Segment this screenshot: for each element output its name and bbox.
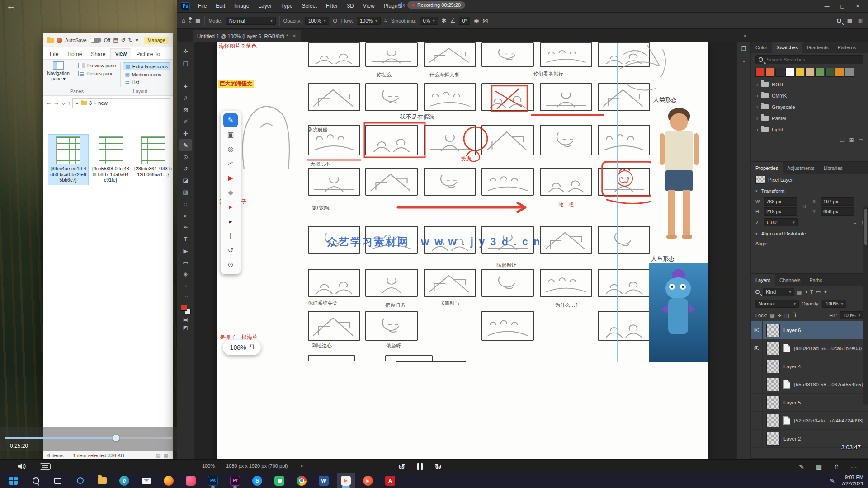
palette-black-arrow[interactable]: ▸ [223, 215, 238, 228]
brush-tool[interactable]: ✎ [179, 139, 192, 151]
minimize-button[interactable]: — [819, 0, 835, 12]
swatch-search[interactable] [755, 55, 863, 64]
muted-speaker-icon[interactable] [397, 2, 405, 9]
swatch-group-light[interactable]: ›Light [751, 124, 868, 135]
file-item[interactable]: {4ce558f8-0ffc-43f8-b887-1da0a64c91fe} [91, 135, 131, 185]
blur-tool[interactable]: ◌ [179, 198, 192, 210]
height-field[interactable]: 219 px [764, 207, 797, 216]
breadcrumb-root[interactable]: 3 [89, 100, 92, 106]
menu-select[interactable]: Select [297, 0, 321, 12]
swatch[interactable] [765, 68, 774, 77]
tab-layers[interactable]: Layers [751, 274, 775, 286]
eraser-tool[interactable]: ◪ [179, 174, 192, 186]
file-item[interactable]: {3ffec4ae-ee1d-4db0-bca0-572fe65bb6e7} [48, 135, 88, 185]
taskbar-file-explorer[interactable] [93, 473, 111, 488]
taskbar-skype[interactable]: S [248, 473, 266, 488]
preview-pane-button[interactable]: Preview pane [77, 62, 118, 69]
panel-scrollbar[interactable] [863, 206, 868, 405]
transform-section-header[interactable]: ▾Transform [751, 186, 868, 197]
swatch-group-cmyk[interactable]: ›CMYK [751, 90, 868, 101]
screen-mode-icon[interactable]: ◩ [183, 324, 188, 331]
tab-home[interactable]: Home [63, 49, 86, 59]
draw-icon[interactable]: ✎ [799, 463, 804, 470]
swatch[interactable] [815, 68, 824, 77]
quick-mask-icon[interactable]: ▣ [183, 316, 188, 323]
qat-dropdown-icon[interactable]: ▾ [136, 37, 138, 43]
taskbar-wechat[interactable] [270, 473, 288, 488]
tab-share[interactable]: Share [87, 49, 109, 59]
taskbar-edge[interactable]: e [115, 473, 133, 488]
flow-select[interactable]: 100%▾ [357, 17, 381, 25]
menu-filter[interactable]: Filter [321, 0, 343, 12]
marquee-tool[interactable]: ▢ [179, 57, 192, 69]
menu-layer[interactable]: Layer [254, 0, 276, 12]
nav-back-icon[interactable]: ← [46, 99, 52, 106]
layout-option-extra-large-icons[interactable]: ▦Extra large icons [123, 62, 170, 70]
panel-arrange-icon[interactable]: ▥ [858, 17, 863, 24]
fill-select[interactable]: 100%▾ [840, 311, 863, 319]
airbrush-icon[interactable]: ≈ [384, 17, 387, 24]
stamp-tool[interactable]: ⊙ [179, 151, 192, 163]
taskbar-mail[interactable] [137, 473, 156, 488]
palette-line-tool[interactable]: ∣ [223, 229, 238, 243]
type-tool[interactable]: T [179, 233, 192, 245]
palette-undo[interactable]: ↺ [223, 244, 238, 257]
filter-shape-icon[interactable]: ▭ [816, 289, 821, 295]
layer-row[interactable]: {a80a41ad-66…0ca51b2e03} [751, 339, 868, 357]
card-icon[interactable]: ▦ [816, 463, 822, 470]
details-pane-button[interactable]: Details pane [77, 70, 118, 77]
status-chevron-icon[interactable]: ▸ [301, 463, 303, 468]
filter-type-icon[interactable]: T [810, 289, 813, 295]
tab-patterns[interactable]: Patterns [833, 42, 861, 53]
palette-scissors-tool[interactable]: ✂ [223, 157, 238, 170]
home-icon[interactable]: ⌂ [182, 17, 185, 24]
pressure-opacity-icon[interactable]: ⊙ [333, 17, 338, 24]
swatch[interactable] [785, 68, 794, 77]
tab-gradients[interactable]: Gradients [802, 42, 833, 53]
palette-shape-tool[interactable]: ▣ [223, 128, 238, 141]
search-icon[interactable] [837, 19, 841, 23]
swatch-group-grayscale[interactable]: ›Grayscale [751, 101, 868, 113]
swatch[interactable] [825, 68, 834, 77]
path-select-tool[interactable]: ▶ [179, 245, 192, 257]
taskbar-word[interactable]: W [315, 473, 333, 488]
align-section-header[interactable]: ▾Align and Distribute [751, 228, 868, 239]
details-view-icon[interactable]: ▤ [156, 452, 160, 458]
palette-pen-tool[interactable]: ✎ [223, 113, 238, 127]
visibility-toggle[interactable] [751, 394, 763, 411]
smoothing-gear-icon[interactable]: ✱ [442, 17, 447, 24]
pen-tool[interactable]: ✒ [179, 221, 192, 233]
taskbar-chrome[interactable] [292, 473, 311, 488]
layer-row[interactable]: {b5a43180-58…067cd554fc5} [751, 375, 868, 394]
save-icon[interactable]: ▤ [113, 37, 118, 43]
frame-tool[interactable]: ⊠ [179, 104, 192, 116]
navigation-pane-button[interactable]: Navigation pane ▾ [46, 61, 71, 88]
delete-icon[interactable]: ▭ [859, 137, 863, 143]
tab-file[interactable]: File [46, 49, 62, 59]
menu-file[interactable]: File [193, 0, 211, 12]
maximize-button[interactable]: ▢ [835, 0, 850, 12]
swatch-group-pastel[interactable]: ›Pastel [751, 113, 868, 124]
taskbar-video-player[interactable]: ▶ [337, 473, 355, 488]
taskbar-cortana[interactable] [71, 473, 89, 488]
filter-adjustment-icon[interactable]: ◑ [804, 289, 807, 295]
swatch-search-input[interactable] [766, 56, 860, 63]
swatch[interactable] [755, 68, 764, 77]
visibility-toggle[interactable] [751, 321, 763, 339]
swatch[interactable] [845, 68, 854, 77]
history-brush-tool[interactable]: ↺ [179, 163, 192, 174]
brush-preset-picker[interactable]: 9 [189, 17, 192, 24]
pen-tray-icon[interactable]: ✎ [830, 477, 835, 484]
more-tools-icon[interactable]: ⋯ [183, 294, 189, 300]
brush-angle-value[interactable]: 0° [459, 17, 470, 25]
taskbar-task-view[interactable] [49, 473, 67, 488]
progress-handle[interactable] [113, 435, 119, 441]
palette-laser[interactable]: ⊙ [223, 258, 238, 272]
layer-row[interactable]: Layer 5 [751, 394, 868, 412]
comments-panel-icon[interactable]: “ [743, 59, 745, 66]
thumbnail-view-icon[interactable]: ▦ [164, 452, 168, 458]
tab-swatches[interactable]: Swatches [772, 42, 802, 53]
taskbar-search[interactable] [27, 473, 45, 488]
video-progress-bar[interactable] [5, 437, 172, 439]
undo-icon[interactable]: ↺ [121, 37, 126, 43]
